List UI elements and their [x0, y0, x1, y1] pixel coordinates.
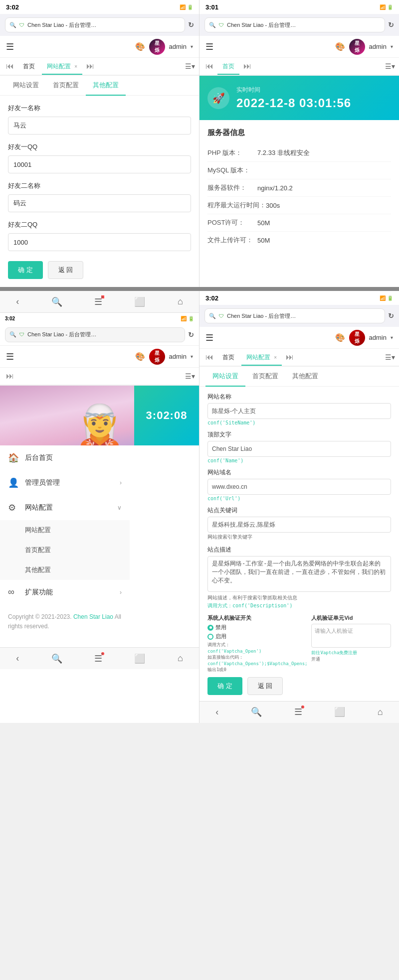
palette-icon-right[interactable]: 🎨	[335, 42, 345, 51]
reload-bl[interactable]: ↻	[188, 331, 194, 339]
sidebar-sub-menu: 网站配置 首页配置 其他配置	[0, 520, 130, 580]
sidebar-sub-website[interactable]: 网站配置	[0, 520, 130, 540]
sub-tabs: 网站设置 首页配置 其他配置	[0, 76, 199, 96]
palette-icon[interactable]: 🎨	[135, 42, 145, 51]
keywords-input[interactable]	[207, 517, 391, 533]
avatar-bl: 星烁	[149, 349, 165, 365]
sidebar-sub-homepage[interactable]: 首页配置	[0, 540, 130, 560]
nav-menu-bl[interactable]: ☰ ●	[90, 649, 106, 668]
tab-close[interactable]: ×	[74, 64, 77, 69]
tab-close-br[interactable]: ×	[274, 355, 277, 360]
nav-back-br-bottom[interactable]: ‹	[211, 703, 222, 721]
description-input[interactable]: 是星烁网络-工作室-是一个由几名热爱网络的中学生联合起来的一个小团队，我们一直在…	[207, 556, 391, 592]
tab-more-br[interactable]: ☰▾	[385, 353, 395, 361]
back-button[interactable]: 返 回	[48, 261, 84, 279]
radio-disable[interactable]: 禁用	[207, 624, 307, 631]
admin-dropdown[interactable]: ▾	[191, 44, 193, 49]
radio-disable-circle	[207, 625, 213, 631]
keywords-hint: 网站搜索引擎关键字	[207, 534, 391, 541]
hamburger-br[interactable]: ☰	[205, 332, 213, 343]
bottom-right-phone: 3:02 📶 🔋 🔍 🛡 Chen Star Liao - 后台管理… ↻ ☰ …	[200, 291, 399, 723]
sidebar-admin[interactable]: 👤 管理员管理 ›	[0, 470, 130, 495]
friend2-qq-input[interactable]	[8, 233, 191, 251]
site-name-input[interactable]	[207, 403, 391, 419]
subtab-website-br[interactable]: 网站设置	[205, 367, 245, 387]
radio-enable[interactable]: 启用	[207, 633, 307, 640]
tab-prev-right[interactable]: ⏮	[203, 62, 215, 71]
tab-home-br[interactable]: 首页	[217, 350, 239, 365]
tab-more-right[interactable]: ☰▾	[385, 62, 395, 70]
browser-bar-right[interactable]: 🔍 🛡 Chen Star Liao - 后台管理… ↻	[200, 14, 399, 36]
tab-next-br[interactable]: ⏭	[284, 353, 296, 362]
dropdown-bl[interactable]: ▾	[191, 354, 193, 359]
friend1-qq-input[interactable]	[8, 155, 191, 173]
browser-search-bl[interactable]: 🔍 🛡 Chen Star Liao - 后台管理…	[5, 327, 185, 342]
sidebar-sub-other[interactable]: 其他配置	[0, 560, 130, 580]
server-row-software: 服务器软件： nginx/1.20.2	[207, 179, 391, 197]
tab-config-br[interactable]: 网站配置 ×	[241, 350, 282, 366]
nav-home-br-bottom[interactable]: ⌂	[374, 703, 387, 721]
browser-search-box[interactable]: 🔍 🛡 Chen Star Liao - 后台管理…	[5, 17, 185, 32]
top-text-input[interactable]	[207, 441, 391, 457]
tab-next[interactable]: ⏭	[84, 62, 96, 71]
subtab-other[interactable]: 其他配置	[86, 76, 126, 96]
browser-search-br[interactable]: 🔍 🛡 Chen Star Liao - 后台管理…	[204, 308, 385, 323]
settings-confirm[interactable]: 确 定	[207, 677, 242, 695]
admin-dropdown-right[interactable]: ▾	[391, 44, 393, 49]
browser-search-right[interactable]: 🔍 🛡 Chen Star Liao - 后台管理…	[204, 17, 385, 32]
nav-back-bl[interactable]: ‹	[12, 649, 23, 668]
nav-home[interactable]: ⌂	[174, 292, 187, 311]
browser-bar[interactable]: 🔍 🛡 Chen Star Liao - 后台管理… ↻	[0, 14, 199, 36]
confirm-button[interactable]: 确 定	[8, 261, 43, 279]
palette-icon-bl[interactable]: 🎨	[135, 352, 145, 361]
tab-more[interactable]: ☰▾	[185, 62, 195, 70]
nav-home-bl[interactable]: ⌂	[174, 649, 187, 668]
tab-prev[interactable]: ⏮	[4, 62, 16, 71]
browser-bar-bl[interactable]: 🔍 🛡 Chen Star Liao - 后台管理… ↻	[0, 324, 199, 346]
palette-icon-br[interactable]: 🎨	[335, 333, 345, 342]
subtab-homepage[interactable]: 首页配置	[46, 76, 86, 96]
dropdown-br[interactable]: ▾	[391, 335, 393, 340]
tab-prev-bl[interactable]: ⏭	[4, 372, 16, 381]
hamburger-right[interactable]: ☰	[205, 41, 213, 52]
sidebar-extend[interactable]: ∞ 扩展功能 ›	[0, 580, 130, 604]
nav-menu-br-bottom[interactable]: ☰ ●	[290, 702, 306, 721]
nav-search-br-bottom[interactable]: 🔍	[247, 702, 266, 721]
nav-menu[interactable]: ☰ ●	[90, 292, 106, 311]
tab-more-bl[interactable]: ☰▾	[185, 372, 195, 380]
subtab-homepage-br[interactable]: 首页配置	[245, 367, 285, 387]
friend1-name-input[interactable]	[8, 117, 191, 135]
server-row-upload: 文件上传许可： 50M	[207, 232, 391, 249]
nav-tab[interactable]: ⬜	[130, 292, 149, 311]
tab-home[interactable]: 首页	[18, 59, 40, 74]
sidebar-footer: Copyright © 2021-2023. Chen Star Liao Al…	[0, 604, 130, 639]
admin-right: admin	[369, 43, 387, 50]
footer-link[interactable]: Chen Star Liao	[73, 613, 113, 620]
tab-home-right[interactable]: 首页	[217, 59, 239, 75]
tab-next-right[interactable]: ⏭	[241, 62, 253, 71]
bottom-left-phone: ‹ 🔍 ☰ ● ⬜ ⌂ 3:02 📶 🔋 🔍 🛡 Chen Star Liao …	[0, 291, 200, 723]
time-value: 2022-12-8 03:01:56	[236, 96, 351, 110]
app-header-right: ☰ 🎨 星烁 admin ▾	[200, 36, 399, 58]
subtab-website[interactable]: 网站设置	[6, 76, 46, 96]
browser-bar-br[interactable]: 🔍 🛡 Chen Star Liao - 后台管理… ↻	[200, 305, 399, 327]
settings-back[interactable]: 返 回	[247, 677, 283, 695]
reload-button[interactable]: ↻	[188, 21, 194, 29]
hamburger-menu[interactable]: ☰	[6, 41, 14, 52]
nav-back[interactable]: ‹	[12, 292, 23, 311]
nav-search[interactable]: 🔍	[47, 292, 66, 311]
nav-tab-br-bottom[interactable]: ⬜	[330, 702, 349, 721]
reload-right[interactable]: ↻	[388, 21, 394, 29]
nav-tab-bl[interactable]: ⬜	[130, 649, 149, 668]
tab-prev-br[interactable]: ⏮	[203, 353, 215, 362]
nav-search-bl[interactable]: 🔍	[47, 649, 66, 668]
sidebar-home[interactable]: 🏠 后台首页	[0, 445, 130, 470]
domain-input[interactable]	[207, 479, 391, 495]
tab-config[interactable]: 网站配置 ×	[42, 59, 82, 75]
sidebar-config[interactable]: ⚙ 网站配置 ∨	[0, 495, 130, 520]
reload-br[interactable]: ↻	[388, 312, 394, 320]
friend2-name-input[interactable]	[8, 194, 191, 212]
vid-input[interactable]: 请输入人机验证	[311, 624, 391, 648]
subtab-other-br[interactable]: 其他配置	[285, 367, 325, 387]
hamburger-bl[interactable]: ☰	[6, 351, 14, 362]
